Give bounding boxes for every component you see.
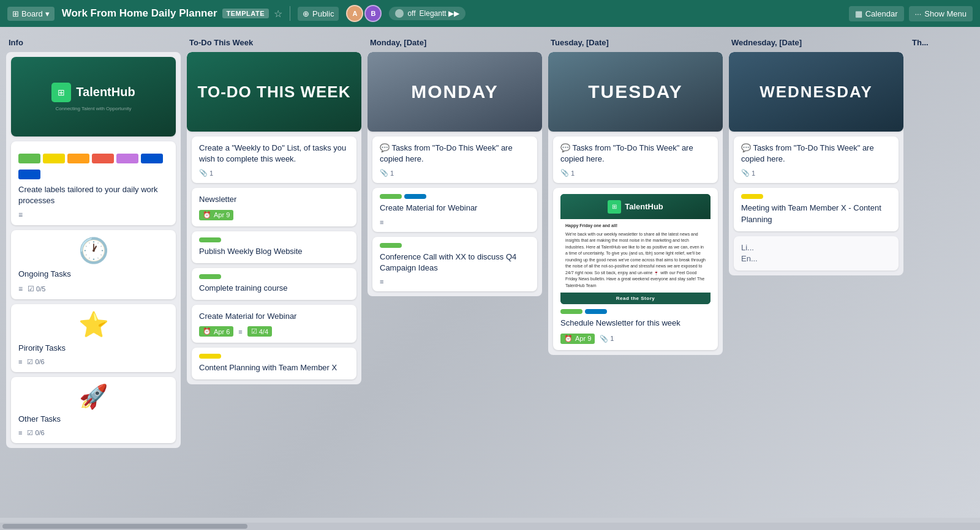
newsletter-title: Newsletter: [199, 194, 349, 205]
card-conference-monday[interactable]: Conference Call with XX to discuss Q4 Ca…: [372, 237, 537, 291]
card-labels[interactable]: Create labels tailored to your daily wor…: [11, 141, 176, 225]
column-thursday-header: Th...: [910, 34, 959, 52]
card-training[interactable]: Complete training course: [192, 268, 356, 300]
board-chevron: ▾: [45, 9, 50, 18]
avatar-group: A B: [346, 5, 382, 22]
elegantt-toggle[interactable]: off Elegantt ▶▶: [389, 7, 466, 20]
webinar-checklist: ☑ 4/4: [247, 326, 272, 337]
priority-meta: ≡ ☑ 0/6: [18, 358, 168, 366]
card-meeting-wednesday[interactable]: Meeting with Team Member X - Content Pla…: [734, 188, 899, 231]
labels-card-title: Create labels tailored to your daily wor…: [18, 184, 168, 206]
board-title: Work From Home Daily Planner: [62, 7, 217, 20]
partial-wednesday-title: Li...En...: [741, 242, 891, 264]
column-tuesday-body: TUESDAY 💬 Tasks from "To-Do This Week" a…: [548, 52, 723, 355]
labels-card-meta: ≡: [18, 211, 168, 219]
column-monday-header: Monday, [Date]: [368, 34, 542, 52]
scrollbar-thumb[interactable]: [2, 524, 247, 529]
avatar-2: B: [364, 5, 382, 22]
column-monday-cards: 💬 Tasks from "To-Do This Week" are copie…: [368, 132, 542, 296]
column-thursday-partial: Th...: [910, 34, 959, 510]
divider: [290, 6, 290, 21]
meeting-labels: [741, 194, 891, 199]
todo-clip: 📎 1: [199, 169, 213, 177]
card-tuesday-tasks-copied[interactable]: 💬 Tasks from "To-Do This Week" are copie…: [553, 136, 718, 183]
monday-clip: 📎 1: [380, 169, 394, 177]
tuesday-clip-val: 1: [571, 170, 575, 177]
board-button[interactable]: ⊞ Board ▾: [7, 7, 55, 21]
logo-text: TalentHub: [76, 85, 135, 99]
toggle-label: off: [407, 9, 415, 18]
conference-monday-title: Conference Call with XX to discuss Q4 Ca…: [380, 252, 530, 274]
banner-tuesday-text: TUESDAY: [588, 81, 683, 102]
star-icon[interactable]: ☆: [274, 8, 282, 20]
card-content-planning-todo[interactable]: Content Planning with Team Member X: [192, 348, 356, 379]
scrollbar[interactable]: [0, 523, 980, 530]
card-newsletter[interactable]: Newsletter ⏰ Apr 9: [192, 188, 356, 226]
webinar-todo-title: Create Material for Webinar: [199, 311, 349, 322]
column-info-header: Info: [6, 34, 181, 52]
column-wednesday-body: WEDNESDAY 💬 Tasks from "To-Do This Week"…: [729, 52, 903, 275]
card-ongoing-tasks[interactable]: 🕐 Ongoing Tasks ≡ ☑ 0/5: [11, 230, 176, 299]
ongoing-checklist-val: 0/5: [36, 285, 45, 293]
card-publish-blog[interactable]: Publish Weekly Blog Website: [192, 231, 356, 263]
todo-instructions-title: Create a "Weekly to Do" List, of tasks y…: [199, 143, 349, 165]
show-menu-button[interactable]: ··· Show Menu: [909, 6, 973, 21]
banner-todo-text: TO-DO THIS WEEK: [198, 83, 351, 102]
calendar-button[interactable]: ▦ Calendar: [849, 6, 904, 21]
card-monday-banner[interactable]: MONDAY: [368, 52, 542, 132]
card-other-tasks[interactable]: 🚀 Other Tasks ≡ ☑ 0/6: [11, 377, 176, 443]
clock-icon-newsletter: ⏰: [564, 335, 573, 343]
board-label: Board: [21, 9, 43, 18]
other-meta: ≡ ☑ 0/6: [18, 429, 168, 437]
tuesday-copied-title: 💬 Tasks from "To-Do This Week" are copie…: [560, 143, 710, 165]
card-wednesday-tasks-copied[interactable]: 💬 Tasks from "To-Do This Week" are copie…: [734, 136, 899, 183]
wednesday-copied-meta: 📎 1: [741, 169, 891, 177]
other-title: Other Tasks: [18, 414, 168, 425]
board-area: Info ⊞ TalentHub Connecting Talent with …: [0, 27, 980, 518]
swatch-orange: [67, 154, 89, 163]
webinar-monday-labels: [380, 194, 530, 199]
webinar-list-icon: ≡: [238, 328, 242, 335]
card-webinar-monday[interactable]: Create Material for Webinar ≡: [372, 188, 537, 231]
calendar-label: Calendar: [865, 9, 898, 18]
card-todo-banner[interactable]: TO-DO THIS WEEK: [187, 52, 361, 132]
paperclip-icon-nl: 📎: [600, 335, 608, 343]
avatar-1: A: [346, 5, 363, 22]
card-newsletter-tuesday[interactable]: ⊞ TalentHub Happy Friday one and all! We…: [553, 188, 718, 349]
newsletter-tuesday-clip: 📎 1: [600, 335, 614, 343]
card-webinar-todo[interactable]: Create Material for Webinar ⏰ Apr 6 ≡ ☑ …: [192, 305, 356, 343]
logo-tagline: Connecting Talent with Opportunity: [56, 106, 132, 111]
newsletter-tuesday-date-val: Apr 9: [575, 335, 591, 342]
public-button[interactable]: ⊕ Public: [298, 7, 339, 21]
wednesday-clip: 📎 1: [741, 169, 755, 177]
newsletter-tuesday-labels: [560, 309, 710, 314]
newsletter-image: ⊞ TalentHub Happy Friday one and all! We…: [560, 194, 710, 304]
newsletter-body-text: We're back with our weekly newsletter to…: [565, 231, 706, 289]
card-wednesday-banner[interactable]: WEDNESDAY: [729, 52, 903, 132]
card-todo-instructions[interactable]: Create a "Weekly to Do" List, of tasks y…: [192, 136, 356, 183]
monday-clip-val: 1: [390, 170, 394, 177]
public-label: Public: [312, 9, 334, 18]
card-monday-tasks-copied[interactable]: 💬 Tasks from "To-Do This Week" are copie…: [372, 136, 537, 183]
column-info-cards: ⊞ TalentHub Connecting Talent with Oppor…: [6, 52, 181, 448]
meeting-wednesday-title: Meeting with Team Member X - Content Pla…: [741, 203, 891, 225]
other-icon: 🚀: [18, 383, 168, 410]
newsletter-date: ⏰ Apr 9: [199, 210, 233, 220]
card-priority-tasks[interactable]: ⭐ Pirority Tasks ≡ ☑ 0/6: [11, 304, 176, 372]
newsletter-tuesday-clip-val: 1: [610, 335, 614, 342]
clock-icon: ⏰: [203, 211, 211, 219]
column-todo-header: To-Do This Week: [187, 34, 361, 52]
card-tuesday-banner[interactable]: TUESDAY: [548, 52, 723, 132]
card-partial-wednesday[interactable]: Li...En...: [734, 236, 899, 271]
column-tuesday-header: Tuesday, [Date]: [548, 34, 723, 52]
tuesday-copied-meta: 📎 1: [560, 169, 710, 177]
paperclip-icon: 📎: [199, 169, 208, 177]
banner-wednesday-text: WEDNESDAY: [760, 83, 873, 102]
webinar-date-val: Apr 6: [214, 328, 230, 335]
conference-monday-meta: ≡: [380, 278, 530, 285]
newsletter-meta: ⏰ Apr 9: [199, 210, 349, 220]
column-wednesday-header: Wednesday, [Date]: [729, 34, 903, 52]
card-talenthub-logo[interactable]: ⊞ TalentHub Connecting Talent with Oppor…: [11, 57, 176, 136]
toggle-dot: [395, 9, 404, 18]
thursday-header-text: Th...: [912, 38, 929, 47]
